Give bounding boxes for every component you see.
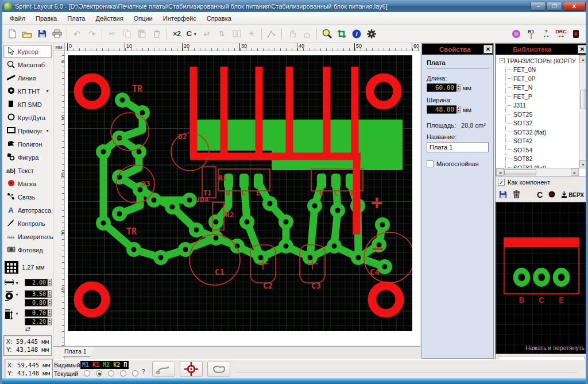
component-preview[interactable]: BCE Нажать и перетянуть [496,202,587,354]
tool-link[interactable]: Связь [3,190,52,203]
pad-mode-icon[interactable] [548,191,555,199]
new-file-icon[interactable] [5,27,19,41]
tool-zoom[interactable]: Масштаб [3,58,52,71]
pad-outer-field[interactable]: 3.50 [25,290,48,298]
menu-1[interactable]: Правка [30,13,62,24]
zoom-icon[interactable] [320,27,334,41]
collapse-icon[interactable]: − [500,58,505,63]
layer-toggle-П[interactable]: П [123,362,127,368]
tool-check[interactable]: Контроль [3,217,52,230]
power-button[interactable] [569,27,583,41]
drc-button[interactable]: DRC▪▪▪ [554,27,568,41]
layer-toggle-К1[interactable]: К1 [92,362,99,368]
tool-text[interactable]: ab|Текст [3,164,52,177]
width-field[interactable]: 48.00 [427,105,457,114]
rotate-icon[interactable]: C ▼ [185,27,199,41]
tree-item-FET_0N[interactable]: FET_0N [500,66,587,75]
snap-crop-icon[interactable] [335,27,349,41]
length-spinner[interactable]: ▲▼ [457,84,461,91]
freeform-button[interactable] [207,362,230,377]
pad-outer-caret[interactable]: ▼ [15,290,20,297]
menu-0[interactable]: Файл [5,13,30,24]
layer-toggle-К2[interactable]: К2 [113,362,120,368]
tree-item-SOT54[interactable]: SOT54 [500,145,587,155]
layer-toggle-М2[interactable]: М2 [103,362,110,368]
tree-item-SOT32 (flat)[interactable]: SOT32 (flat) [500,128,587,137]
tool-cursor[interactable]: Курсор [3,45,52,58]
tool-line[interactable]: Линия [3,71,52,85]
minimize-button[interactable]: – [531,2,546,11]
layer-toggle-М1[interactable]: М1 [82,362,89,368]
close-button[interactable]: X [563,2,586,11]
board-tab[interactable]: Плата 1 [58,347,95,357]
layer-help[interactable]: ? [142,368,145,375]
as-component-checkbox[interactable]: ✓ [498,179,505,186]
layer-radio-К2[interactable] [120,370,126,377]
menu-2[interactable]: Плата [62,13,90,24]
properties-close-icon[interactable]: ✕ [483,45,493,53]
swap-dimensions-icon[interactable]: ⇄ [3,325,52,333]
library-vscrollbar[interactable]: ▲ ▼ [579,55,587,168]
layer-radio-П[interactable] [132,370,138,377]
open-file-icon[interactable] [20,27,34,41]
tool-polygon[interactable]: Полигон [3,137,52,151]
library-close-icon[interactable]: ✕ [578,45,587,53]
tool-pad-tht[interactable]: КП THT▼ [3,85,52,98]
tool-shape[interactable]: Фигура [3,151,52,164]
pcb-board[interactable]: TRD2D3R1VD4R2TRT1BCEECBC1C2C3C4+− [68,55,412,331]
width-spinner[interactable]: ▲▼ [457,106,461,113]
tree-item-SOT42[interactable]: SOT42 [500,137,587,146]
tool-photo[interactable]: Фотовид [3,243,52,256]
menu-3[interactable]: Действия [90,13,128,24]
place-top-button[interactable]: ВЕРХ [561,191,584,198]
tree-item-SOT32[interactable]: SOT32 [500,119,587,128]
menu-5[interactable]: Интерфейс [158,13,202,24]
r1-test-button[interactable]: R1┆ [524,27,538,41]
menu-6[interactable]: Справка [202,13,237,24]
smd-width-field[interactable]: 0.70 [25,309,48,317]
gear-icon[interactable] [365,27,378,41]
layer-radio-М2[interactable] [108,370,114,377]
tree-item-SOT25[interactable]: SOT25 [500,110,587,119]
length-field[interactable]: 60.00 [427,83,457,92]
multilayer-checkbox[interactable] [427,160,434,167]
smd-width-spinner[interactable]: ▲▼ [48,309,52,317]
save-file-icon[interactable] [35,27,49,41]
print-icon[interactable] [50,27,64,41]
menu-4[interactable]: Опции [129,13,158,24]
quick-test-button[interactable]: ?▪ ▪ [539,27,553,41]
track-width-spinner[interactable]: ▲▼ [48,279,52,286]
maximize-button[interactable]: ❐ [547,2,562,11]
pad-hole-spinner[interactable]: ▲▼ [48,299,52,306]
pad-hole-field[interactable]: 0.80 [25,299,48,306]
library-delete-icon[interactable] [513,190,520,199]
layer-radio-М1[interactable] [84,370,90,377]
tool-rect[interactable]: Прямоуг.▼ [3,124,52,137]
tool-mask[interactable]: Маска [3,177,52,190]
tree-item-FET_P[interactable]: FET_P [500,92,587,101]
tool-pad-smd[interactable]: КП SMD [3,98,52,111]
tool-circle[interactable]: Круг/Дуга [3,111,52,124]
smd-width-caret[interactable]: ▼ [15,309,20,316]
track-width-field[interactable]: 2.00 [25,279,48,286]
macro-ball-button[interactable] [509,27,523,41]
duplicate-icon[interactable]: ×2 [170,27,184,41]
grid-button[interactable]: 1,27 мм [3,259,52,276]
library-hscrollbar[interactable]: ◄► [496,168,579,176]
layer-radio-К1[interactable] [96,370,102,377]
tool-measure[interactable]: Измеритель [3,230,52,243]
tree-item-SOT82[interactable]: SOT82 [500,155,587,164]
pad-outer-spinner[interactable]: ▲▼ [48,290,52,298]
smd-height-spinner[interactable]: ▲▼ [48,318,52,325]
pcb-viewport[interactable]: TRD2D3R1VD4R2TRT1BCEECBC1C2C3C4+− [65,51,420,345]
tool-autoroute[interactable]: AАвтотрасса [3,203,52,217]
tree-item-FET_0P[interactable]: FET_0P [500,74,587,83]
rotate-component-icon[interactable]: C [537,190,543,199]
smd-height-field[interactable]: 2.20 [25,318,48,325]
connection-tool-button[interactable] [152,362,175,377]
info-icon[interactable]: i [350,27,363,41]
track-width-caret[interactable]: ▼ [15,279,20,285]
tree-item-FET_N[interactable]: FET_N [500,83,587,93]
board-name-input[interactable] [427,142,489,152]
library-save-icon[interactable] [499,190,507,199]
